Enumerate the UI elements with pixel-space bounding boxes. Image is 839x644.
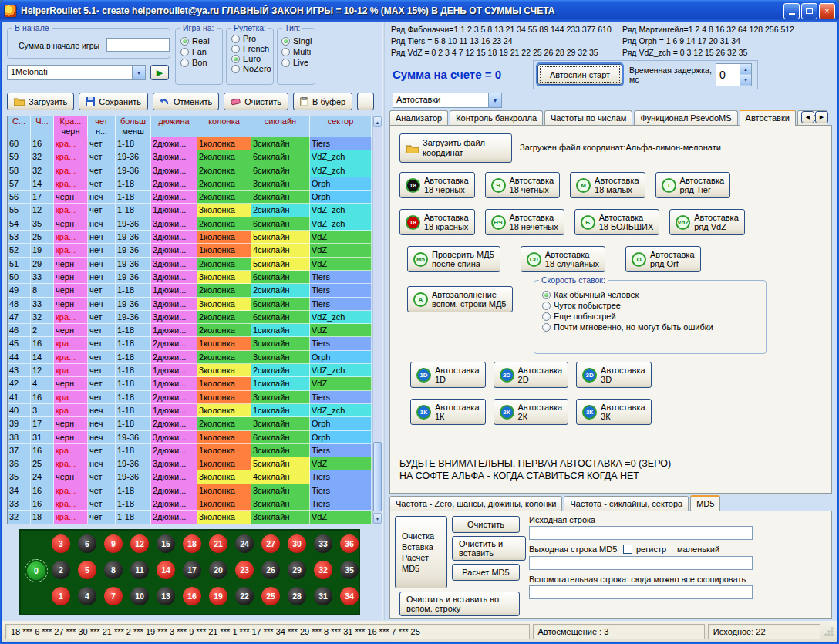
tab-Контроль банкролла[interactable]: Контроль банкролла: [450, 110, 543, 125]
table-row[interactable]: 5617черннеч1-182дюжи...2колонка3сиклайнO…: [8, 191, 372, 204]
table-row[interactable]: 4833черннеч19-363дюжи...3колонка6сиклайн…: [8, 298, 372, 311]
board-number-0[interactable]: 0: [27, 561, 45, 580]
scroll-down-icon[interactable]: ▼: [373, 513, 382, 524]
bet-button-Автоставка 18 четных[interactable]: ЧАвтоставка18 четных: [485, 172, 561, 198]
spinner-up-icon[interactable]: ▲: [740, 64, 751, 75]
table-row[interactable]: 5325кра...неч19-363дюжи...1колонка5сикла…: [8, 231, 372, 244]
board-number-25[interactable]: 25: [261, 587, 280, 605]
table-row[interactable]: 4312кра...чет1-181дюжи...3колонка2сиклай…: [8, 364, 372, 377]
tab-scroll-left-icon[interactable]: ◀: [801, 111, 814, 123]
tab-Частоты по числам[interactable]: Частоты по числам: [544, 110, 632, 125]
radio-Еще побыстрей[interactable]: Еще побыстрей: [542, 312, 766, 321]
undo-button[interactable]: Отменить: [153, 93, 219, 110]
board-number-29[interactable]: 29: [288, 561, 306, 579]
board-number-28[interactable]: 28: [288, 587, 306, 605]
board-number-12[interactable]: 12: [130, 534, 149, 553]
title-bar[interactable]: HelperRoullet 5.1- create helperroullet@…: [0, 0, 839, 22]
table-scrollbar[interactable]: ▲ ▼: [372, 116, 382, 524]
radio-French[interactable]: French: [231, 45, 273, 53]
column-header[interactable]: большменш: [116, 116, 151, 137]
radio-Euro[interactable]: Euro: [231, 55, 273, 63]
delay-spinner[interactable]: ▲ ▼: [716, 63, 752, 86]
table-row[interactable]: 3716кра...чет1-182дюжи...1колонка3сиклай…: [8, 444, 372, 457]
table-row[interactable]: 4516кра...чет1-182дюжи...1колонка3сиклай…: [8, 337, 372, 350]
table-row[interactable]: 3316кра...чет1-182дюжи...1колонка3сиклай…: [8, 497, 372, 511]
table-row[interactable]: 5129черннеч19-363дюжи...2колонка5сиклайн…: [8, 258, 372, 271]
board-number-7[interactable]: 7: [104, 587, 123, 605]
board-number-9[interactable]: 9: [104, 534, 123, 553]
tab-Частота - Zero, шансы, дюжины, колонки[interactable]: Частота - Zero, шансы, дюжины, колонки: [389, 496, 562, 511]
clear-button[interactable]: Очистить: [224, 93, 288, 110]
table-row[interactable]: 5512кра...чет1-181дюжи...3колонка2сиклай…: [8, 204, 372, 217]
minimize-button[interactable]: [783, 3, 800, 19]
board-number-17[interactable]: 17: [183, 561, 201, 579]
chevron-down-icon[interactable]: ▼: [488, 93, 501, 107]
load-button[interactable]: Загрузить: [7, 93, 74, 110]
table-row[interactable]: 4414кра...чет1-182дюжи...2колонка3сиклай…: [8, 351, 372, 364]
board-number-1[interactable]: 1: [52, 587, 70, 605]
bet-button-Автоставка 18 БОЛЬШИХ[interactable]: БАвтоставка18 БОЛЬШИХ: [574, 209, 660, 235]
table-row[interactable]: 403кра...неч1-181дюжи...3колонка1сиклайн…: [8, 404, 372, 417]
radio-Чуток побыстрее[interactable]: Чуток побыстрее: [542, 301, 766, 310]
tab-Частота - сиклайны, сектора[interactable]: Частота - сиклайны, сектора: [564, 496, 689, 511]
board-number-6[interactable]: 6: [78, 534, 96, 553]
board-number-20[interactable]: 20: [209, 561, 227, 579]
md5-clear-paste-aux-button[interactable]: Очистить и вставить во вспом. строку: [399, 592, 520, 616]
bet-button-Автоставка 18 малых[interactable]: МАвтоставка18 малых: [570, 172, 645, 198]
start-sum-input[interactable]: [106, 38, 170, 52]
board-number-34[interactable]: 34: [340, 587, 359, 605]
bet-button-Автоставка 18 случайных[interactable]: СЛАвтоставка18 случайных: [521, 246, 605, 272]
table-row[interactable]: 3831черннеч19-363дюжи...1колонка6сиклайн…: [8, 431, 372, 444]
table-row[interactable]: 3625кра...неч19-363дюжи...1колонка5сикла…: [8, 457, 372, 470]
table-row[interactable]: 4732кра...чет19-363дюжи...2колонка6сикла…: [8, 311, 372, 324]
board-number-23[interactable]: 23: [235, 561, 254, 579]
play-button[interactable]: ▶: [150, 65, 169, 80]
radio-Bon[interactable]: Bon: [180, 58, 222, 67]
board-number-19[interactable]: 19: [209, 587, 227, 605]
board-number-24[interactable]: 24: [235, 534, 254, 553]
board-number-3[interactable]: 3: [52, 534, 70, 553]
spinner-down-icon[interactable]: ▼: [740, 75, 751, 86]
radio-Pro[interactable]: Pro: [231, 35, 273, 43]
bet-button-Автоставка ряд Orf[interactable]: ОАвтоставкаряд Orf: [625, 246, 701, 272]
radio-Fan[interactable]: Fan: [180, 47, 222, 56]
bet-button-Автоставка 2К[interactable]: 2КАвтоставка2К: [494, 399, 569, 425]
board-number-16[interactable]: 16: [183, 587, 201, 605]
board-number-36[interactable]: 36: [340, 534, 359, 553]
table-row[interactable]: 498чернчет1-181дюжи...2колонка2сиклайнTi…: [8, 284, 372, 297]
column-header[interactable]: Кра...черн: [54, 116, 88, 137]
autospin-start-button[interactable]: Автоспин старт: [537, 64, 622, 85]
bet-button-Автоставка ряд VdZ[interactable]: VdZАвтоставкаряд VdZ: [669, 209, 745, 235]
bet-button-Автоставка 18 черных[interactable]: 18Автоставка18 черных: [399, 172, 475, 198]
tab-Функционал PsevdoMS[interactable]: Функционал PsevdoMS: [634, 110, 737, 125]
register-checkbox[interactable]: [623, 545, 632, 554]
board-number-31[interactable]: 31: [314, 587, 332, 605]
board-number-27[interactable]: 27: [261, 534, 280, 553]
board-number-10[interactable]: 10: [130, 587, 149, 605]
table-row[interactable]: 5435черннеч19-363дюжи...2колонка6сиклайн…: [8, 217, 372, 231]
bet-button-Автоставка 18 нечетных[interactable]: НЧАвтоставка18 нечетных: [485, 209, 564, 235]
bet-button-Проверить МД5 после спина[interactable]: М5Проверить МД5после спина: [407, 246, 500, 272]
tab-scroll-right-icon[interactable]: ▶: [815, 111, 828, 123]
md5-calc-button[interactable]: Расчет MD5: [452, 564, 520, 581]
resize-grip[interactable]: [824, 626, 834, 636]
board-number-15[interactable]: 15: [157, 534, 175, 553]
radio-Real[interactable]: Real: [180, 36, 222, 46]
scroll-up-icon[interactable]: ▲: [373, 116, 382, 127]
delay-value-input[interactable]: [716, 64, 740, 86]
board-number-35[interactable]: 35: [340, 561, 359, 579]
board-number-18[interactable]: 18: [183, 534, 201, 553]
md5-big-button[interactable]: Очистка Вставка Расчет MD5: [395, 516, 447, 588]
radio-NoZero[interactable]: NoZero: [231, 65, 273, 73]
table-row[interactable]: 462чернчет1-181дюжи...2колонка1сиклайнVd…: [8, 324, 372, 337]
board-number-11[interactable]: 11: [130, 561, 149, 579]
profile-combobox[interactable]: 1Melonati ▼: [7, 65, 146, 80]
bet-button-Автозаполнение вспом. строки МД5[interactable]: ААвтозаполнениевспом. строки МД5: [407, 286, 513, 312]
load-coords-button[interactable]: Загрузить файл координат: [399, 133, 512, 163]
chevron-down-icon[interactable]: ▼: [132, 66, 145, 79]
board-number-14[interactable]: 14: [157, 561, 175, 579]
column-header[interactable]: Ч...: [31, 116, 54, 137]
collapse-button[interactable]: —: [357, 93, 374, 110]
bet-button-Автоставка 3К[interactable]: 3КАвтоставка3К: [576, 399, 652, 425]
table-row[interactable]: 3917черннеч1-182дюжи...2колонка3сиклайнO…: [8, 417, 372, 430]
